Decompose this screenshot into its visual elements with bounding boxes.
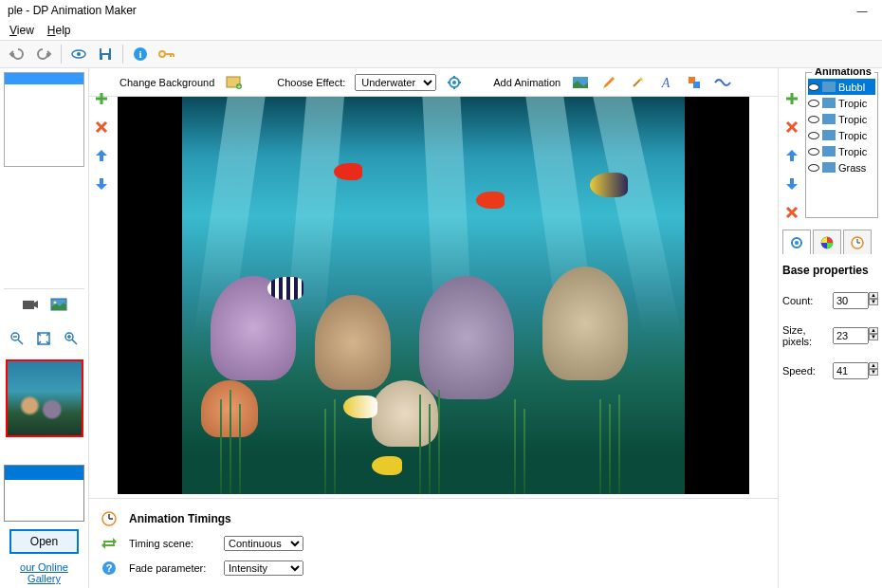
fish (267, 277, 303, 300)
animation-label: Bubbl (838, 82, 865, 93)
save-button[interactable] (94, 43, 117, 65)
animation-item[interactable]: Grass (808, 159, 875, 175)
canvas-content[interactable] (182, 97, 685, 494)
count-label: Count: (782, 295, 813, 306)
size-spinner[interactable]: ▲▼ (869, 327, 878, 344)
visibility-icon[interactable] (808, 132, 819, 139)
svg-rect-3 (101, 48, 109, 53)
svg-text:i: i (138, 48, 141, 60)
file-item-selected[interactable] (5, 466, 83, 480)
color-tab[interactable] (813, 230, 841, 254)
svg-line-16 (72, 340, 77, 344)
minimize-button[interactable]: — (846, 1, 878, 20)
animation-label: Tropic (838, 146, 867, 157)
preview-button[interactable] (67, 43, 90, 65)
svg-line-12 (18, 340, 23, 344)
animations-frame: Animations Bubbl Tropic Tropic Tropic Tr… (805, 72, 878, 218)
count-spinner[interactable]: ▲▼ (869, 292, 878, 309)
magic-wand-button[interactable] (627, 72, 648, 93)
size-label: Size, pixels: (782, 324, 829, 347)
visibility-icon[interactable] (808, 164, 819, 172)
background-preview[interactable] (6, 359, 83, 437)
add-image-animation-button[interactable] (570, 72, 591, 93)
move-animation-up-button[interactable] (781, 144, 803, 167)
timing-scene-select[interactable]: Continuous (224, 536, 303, 551)
key-button[interactable] (156, 43, 178, 65)
speed-input[interactable] (833, 362, 869, 379)
fade-parameter-select[interactable]: Intensity (224, 560, 303, 576)
speed-spinner[interactable]: ▲▼ (869, 362, 878, 379)
remove-animation-button[interactable] (781, 201, 803, 224)
visibility-icon[interactable] (808, 148, 819, 156)
add-animation-button[interactable] (781, 87, 803, 110)
move-up-button[interactable] (90, 144, 113, 167)
shape-button[interactable] (684, 72, 705, 93)
add-animation-label: Add Animation (493, 77, 560, 88)
animation-item[interactable]: Bubbl (808, 79, 875, 95)
open-button[interactable]: Open (9, 529, 79, 554)
online-gallery-link[interactable]: our Online Gallery (4, 561, 84, 584)
count-input[interactable] (833, 292, 869, 309)
timings-panel: Animation Timings Timing scene: Continuo… (89, 498, 778, 588)
picture-icon[interactable] (47, 293, 70, 316)
speed-label: Speed: (782, 365, 816, 377)
zoom-out-icon[interactable] (6, 327, 28, 350)
animation-item[interactable]: Tropic (808, 95, 875, 111)
fade-parameter-label: Fade parameter: (129, 562, 214, 574)
animation-item[interactable]: Tropic (808, 127, 875, 143)
animation-item[interactable]: Tropic (808, 111, 875, 127)
svg-point-45 (795, 241, 799, 245)
window-controls: — (846, 1, 878, 20)
slide-thumbnail[interactable] (4, 72, 84, 167)
move-animation-down-button[interactable] (781, 173, 803, 195)
main-toolbar: i (0, 40, 882, 68)
clock-icon (99, 508, 119, 529)
visibility-icon[interactable] (808, 116, 819, 123)
fish (343, 395, 377, 418)
file-list[interactable] (4, 465, 84, 522)
undo-button[interactable] (6, 43, 28, 65)
animation-controls (782, 87, 801, 224)
zoom-controls (4, 323, 84, 354)
menu-view[interactable]: View (9, 24, 34, 37)
animation-label: Tropic (838, 98, 867, 109)
animation-type-icon (822, 98, 836, 108)
timing-tab[interactable] (843, 230, 872, 254)
effect-settings-button[interactable] (444, 72, 465, 93)
redo-button[interactable] (32, 43, 55, 65)
timing-scene-label: Timing scene: (129, 538, 214, 549)
animation-item[interactable]: Tropic (808, 143, 875, 159)
svg-rect-4 (102, 55, 108, 60)
animation-label: Tropic (838, 114, 867, 125)
move-down-button[interactable] (90, 173, 113, 195)
zoom-in-icon[interactable] (60, 327, 83, 350)
center-toolbar: Change Background + Choose Effect: Under… (89, 68, 778, 97)
add-slide-button[interactable] (90, 87, 113, 110)
svg-rect-32 (693, 82, 700, 88)
canvas-area (89, 97, 778, 498)
text-button[interactable]: A (655, 72, 676, 93)
window-title: ple - DP Animation Maker (8, 4, 137, 17)
delete-animation-button[interactable] (781, 116, 803, 138)
camera-icon[interactable] (19, 293, 42, 316)
wave-button[interactable] (712, 72, 733, 93)
canvas-frame (118, 97, 749, 494)
info-button[interactable]: i (129, 43, 152, 65)
svg-rect-8 (23, 301, 34, 309)
animation-type-icon (822, 130, 836, 140)
menu-help[interactable]: Help (47, 24, 71, 37)
animation-type-icon (822, 162, 836, 173)
titlebar: ple - DP Animation Maker — (0, 0, 882, 21)
delete-slide-button[interactable] (90, 116, 113, 138)
visibility-icon[interactable] (808, 100, 819, 107)
size-input[interactable] (833, 327, 869, 344)
effect-select[interactable]: Underwater (355, 74, 436, 91)
change-background-button[interactable]: + (224, 72, 245, 93)
animations-list[interactable]: Bubbl Tropic Tropic Tropic Tropic Grass (806, 73, 877, 181)
svg-line-29 (634, 79, 641, 86)
visibility-icon[interactable] (808, 83, 819, 91)
brush-button[interactable] (598, 72, 619, 93)
zoom-fit-icon[interactable] (32, 327, 55, 350)
properties-tab[interactable] (782, 230, 811, 254)
help-icon[interactable]: ? (99, 558, 119, 579)
